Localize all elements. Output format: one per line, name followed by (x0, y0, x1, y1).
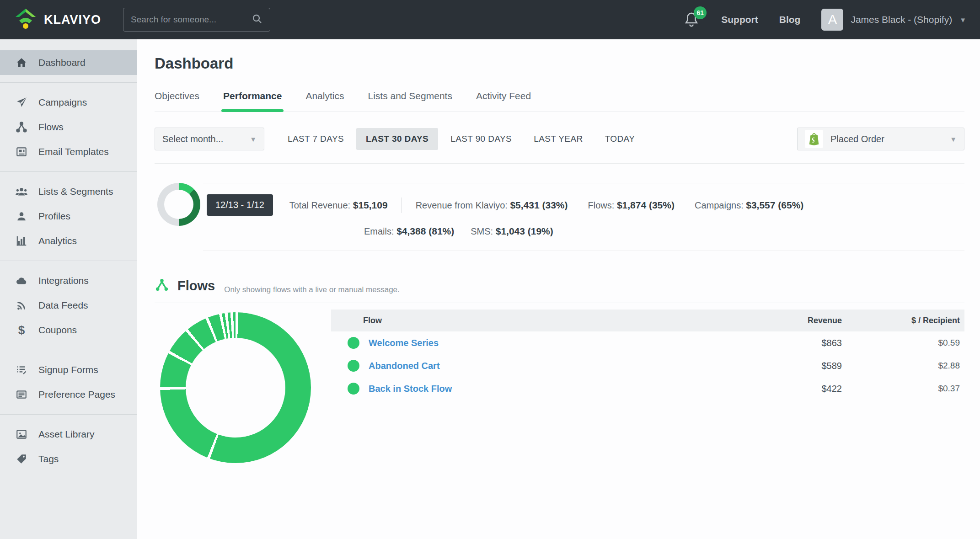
flow-link-back-in-stock[interactable]: Back in Stock Flow (369, 384, 452, 394)
flow-icon (15, 121, 28, 133)
topbar-right: 61 Support Blog A James Black - (Shopify… (684, 9, 966, 31)
sidebar-item-label: Analytics (38, 235, 77, 246)
filter-row: Select month... ▼ LAST 7 DAYS LAST 30 DA… (155, 128, 964, 150)
month-select[interactable]: Select month... ▼ (155, 128, 264, 150)
sidebar-item-lists-segments[interactable]: Lists & Segments (0, 179, 137, 204)
sidebar-item-profiles[interactable]: Profiles (0, 204, 137, 229)
chevron-down-icon: ▼ (959, 16, 966, 24)
klaviyo-dashboard-screen: KLAVIYO 61 Support Blog A James (0, 0, 980, 539)
support-link[interactable]: Support (721, 14, 758, 25)
template-icon (15, 146, 28, 158)
donut-hole (164, 190, 193, 219)
range-last-90-days[interactable]: LAST 90 DAYS (441, 128, 521, 150)
user-menu[interactable]: A James Black - (Shopify) ▼ (821, 9, 966, 31)
flows-section-note: Only showing flows with a live or manual… (224, 285, 400, 294)
flow-per-recipient-value: $0.37 (842, 384, 964, 394)
revenue-summary-body: 12/13 - 1/12 Total Revenue: $15,109 Reve… (203, 183, 964, 251)
revenue-summary: 12/13 - 1/12 Total Revenue: $15,109 Reve… (155, 183, 964, 251)
sidebar: Dashboard Campaigns Flows (0, 39, 137, 539)
search-input[interactable] (131, 15, 252, 25)
flow-revenue-donut-chart (160, 312, 311, 463)
sms-revenue-stat: SMS: $1,043 (19%) (471, 226, 553, 237)
sidebar-item-dashboard[interactable]: Dashboard (0, 50, 137, 75)
flow-per-recipient-value: $2.88 (842, 361, 964, 371)
page-title: Dashboard (155, 55, 964, 72)
sidebar-item-coupons[interactable]: $ Coupons (0, 318, 137, 342)
topbar: KLAVIYO 61 Support Blog A James (0, 0, 980, 39)
sidebar-item-signup-forms[interactable]: Signup Forms (0, 358, 137, 382)
topbar-search[interactable] (123, 8, 270, 32)
user-name: James Black - (Shopify) (851, 14, 952, 25)
flow-link-welcome-series[interactable]: Welcome Series (369, 338, 439, 348)
campaigns-revenue-stat: Campaigns: $3,557 (65%) (695, 200, 803, 211)
flows-section-body: Flow Revenue $ / Recipient Welcome Serie… (155, 310, 964, 463)
cloud-icon (15, 275, 28, 287)
donut-hole (186, 338, 285, 438)
notifications-button[interactable]: 61 (684, 11, 700, 28)
tag-icon (15, 453, 28, 465)
search-icon (252, 13, 262, 26)
sidebar-item-label: Profiles (38, 211, 70, 222)
sidebar-item-tags[interactable]: Tags (0, 447, 137, 471)
klaviyo-logo-icon (14, 7, 37, 32)
avatar: A (821, 9, 843, 31)
users-group-icon (15, 186, 28, 197)
sidebar-item-label: Flows (38, 122, 64, 133)
sidebar-item-email-templates[interactable]: Email Templates (0, 139, 137, 164)
sms-revenue-value: $1,043 (19%) (496, 226, 553, 236)
brand-name: KLAVIYO (44, 13, 101, 27)
range-last-7-days[interactable]: LAST 7 DAYS (278, 128, 353, 150)
tab-lists-and-segments[interactable]: Lists and Segments (368, 91, 452, 112)
chevron-down-icon: ▼ (250, 135, 257, 143)
sidebar-item-analytics[interactable]: Analytics (0, 229, 137, 253)
table-row: Back in Stock Flow $422 $0.37 (331, 377, 964, 400)
sidebar-item-preference-pages[interactable]: Preference Pages (0, 382, 137, 407)
total-revenue-value: $15,109 (353, 200, 388, 210)
table-row: Abandoned Cart $589 $2.88 (331, 354, 964, 377)
sidebar-divider (0, 261, 137, 261)
range-today[interactable]: TODAY (595, 128, 645, 150)
flow-status-dot (348, 337, 359, 349)
dollar-icon: $ (15, 323, 28, 337)
flow-per-recipient-value: $0.59 (842, 338, 964, 348)
table-row: Welcome Series $863 $0.59 (331, 331, 964, 354)
tab-analytics[interactable]: Analytics (305, 91, 344, 112)
sidebar-divider (0, 350, 137, 350)
home-icon (15, 57, 28, 69)
range-last-year[interactable]: LAST YEAR (524, 128, 592, 150)
flows-revenue-stat: Flows: $1,874 (35%) (588, 200, 675, 211)
sidebar-item-flows[interactable]: Flows (0, 115, 137, 139)
sidebar-item-label: Signup Forms (38, 364, 98, 375)
sidebar-divider (0, 171, 137, 172)
preference-card-icon (15, 389, 28, 400)
revenue-attribution-donut-chart (157, 183, 200, 226)
tab-objectives[interactable]: Objectives (155, 91, 199, 112)
sidebar-item-label: Coupons (38, 325, 77, 336)
metric-select[interactable]: Placed Order ▼ (797, 128, 964, 150)
flow-link-abandoned-cart[interactable]: Abandoned Cart (369, 361, 440, 371)
flow-revenue-value: $863 (741, 338, 842, 348)
emails-revenue-stat: Emails: $4,388 (81%) (364, 226, 454, 237)
blog-link[interactable]: Blog (779, 14, 801, 25)
sidebar-item-campaigns[interactable]: Campaigns (0, 90, 137, 115)
tab-activity-feed[interactable]: Activity Feed (476, 91, 531, 112)
flows-table-header: Flow Revenue $ / Recipient (331, 310, 964, 331)
sidebar-item-data-feeds[interactable]: Data Feeds (0, 293, 137, 318)
sidebar-item-asset-library[interactable]: Asset Library (0, 422, 137, 447)
sidebar-item-label: Preference Pages (38, 389, 115, 400)
rss-icon (15, 299, 28, 311)
klaviyo-logo[interactable]: KLAVIYO (14, 7, 101, 32)
shopify-icon (805, 130, 823, 148)
column-header-flow: Flow (331, 316, 741, 326)
range-last-30-days[interactable]: LAST 30 DAYS (356, 128, 438, 150)
sidebar-item-label: Lists & Segments (38, 186, 113, 197)
flows-revenue-value: $1,874 (35%) (617, 200, 675, 210)
chevron-down-icon: ▼ (950, 135, 957, 143)
main-content: Dashboard Objectives Performance Analyti… (137, 39, 980, 539)
sidebar-divider (0, 414, 137, 415)
flows-section-header: Flows Only showing flows with a live or … (155, 278, 964, 303)
flow-status-dot (348, 360, 359, 372)
sidebar-item-integrations[interactable]: Integrations (0, 268, 137, 293)
tab-performance[interactable]: Performance (223, 91, 282, 112)
section-divider (155, 163, 964, 164)
